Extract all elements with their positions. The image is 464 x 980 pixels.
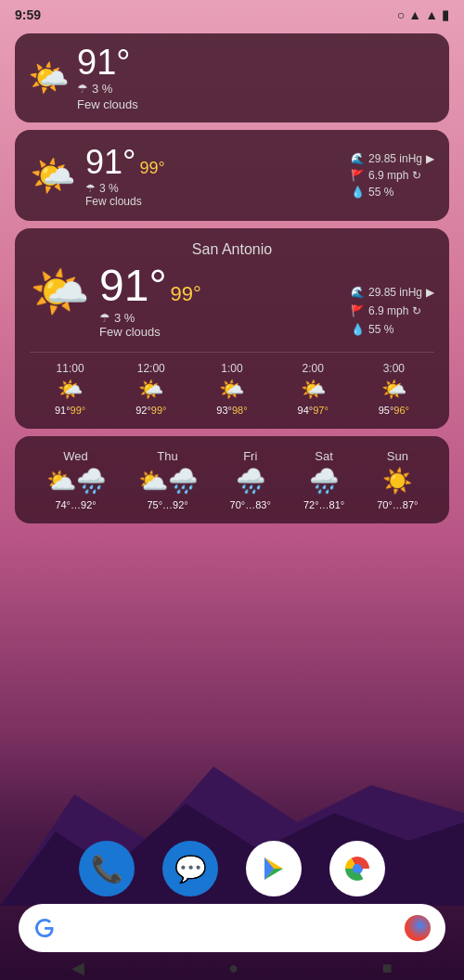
- day-icon-sun: ☀️: [382, 467, 412, 496]
- day-name-sat: Sat: [315, 449, 333, 463]
- day-icon-sat: 🌧️: [309, 467, 339, 496]
- weekly-forecast: Wed ⛅🌧️ 74°…92° Thu ⛅🌧️ 75°…92° Fri 🌧️ 7…: [30, 449, 434, 510]
- wind-icon-large: 🚩: [351, 304, 365, 317]
- temp-sec-large: 99°: [171, 282, 201, 306]
- chrome-app-icon[interactable]: [329, 841, 385, 896]
- weather-widget-small[interactable]: 🌤️ 91° ☂ 3 % Few clouds: [15, 33, 449, 122]
- status-time: 9:59: [15, 7, 41, 22]
- desc-large: Few clouds: [99, 325, 342, 339]
- hour-item-1: 12:00 🌤️ 92°99°: [135, 362, 166, 416]
- hour-temps-4: 95°96°: [379, 405, 409, 416]
- search-bar[interactable]: [19, 904, 445, 952]
- nav-back-button[interactable]: ◀: [71, 958, 84, 978]
- weather-widget-medium[interactable]: 🌤️ 91° 99° ☂ 3 % Few clouds 🌊 29.85 inHg…: [15, 130, 449, 221]
- wind-val-large: 6.9 mph: [368, 304, 408, 317]
- desc-med: Few clouds: [85, 195, 342, 208]
- day-temps-fri: 70°…83°: [230, 499, 271, 510]
- rain-pct-small: 3 %: [92, 82, 112, 96]
- hour-icon-2: 🌤️: [219, 378, 244, 402]
- day-temps-wed: 74°…92°: [55, 499, 96, 510]
- hour-icon-1: 🌤️: [138, 378, 163, 402]
- hourly-forecast: 11:00 🌤️ 91°99° 12:00 🌤️ 92°99° 1:00 🌤️ …: [30, 352, 434, 416]
- temp-main-med: 91°: [85, 143, 135, 182]
- temp-display-small: 91°: [77, 45, 138, 80]
- svg-point-9: [353, 864, 362, 873]
- pressure-icon-large: 🌊: [351, 286, 365, 299]
- city-name: San Antonio: [30, 241, 434, 258]
- nav-home-button[interactable]: ●: [228, 959, 238, 978]
- hour-time-1: 12:00: [137, 362, 165, 375]
- weather-icon-med: 🌤️: [30, 154, 76, 198]
- circle-icon: ○: [397, 7, 405, 22]
- weather-widget-large[interactable]: San Antonio 🌤️ 91° 99° ☂ 3 % Few clouds …: [15, 228, 449, 429]
- hour-item-3: 2:00 🌤️ 94°97°: [298, 362, 329, 416]
- nav-recents-button[interactable]: ■: [382, 959, 393, 978]
- hour-time-0: 11:00: [57, 362, 84, 375]
- day-icon-thu: ⛅🌧️: [138, 467, 198, 496]
- pressure-val-med: 29.85 inHg: [368, 152, 422, 165]
- signal-icon: ▲: [425, 7, 438, 22]
- play-store-icon[interactable]: [246, 841, 302, 896]
- hour-item-4: 3:00 🌤️ 95°96°: [379, 362, 409, 416]
- day-icon-fri: 🌧️: [236, 467, 265, 496]
- wind-icon-med: 🚩: [351, 169, 365, 182]
- hour-icon-0: 🌤️: [58, 378, 83, 402]
- play-store-logo: [261, 856, 287, 882]
- weather-icon-small: 🌤️: [28, 61, 70, 95]
- temp-main-large: 91°: [99, 260, 167, 311]
- day-icon-wed: ⛅🌧️: [46, 467, 106, 496]
- hour-time-3: 2:00: [302, 362, 323, 375]
- phone-app-icon[interactable]: 📞: [79, 841, 135, 896]
- weather-widget-weekly[interactable]: Wed ⛅🌧️ 74°…92° Thu ⛅🌧️ 75°…92° Fri 🌧️ 7…: [15, 436, 449, 523]
- hour-temps-2: 93°98°: [216, 405, 247, 416]
- status-bar: 9:59 ○ ▲ ▲ ▮: [0, 0, 464, 26]
- assistant-icon[interactable]: [405, 915, 431, 941]
- day-name-sun: Sun: [387, 449, 408, 463]
- rain-icon-large: ☂: [99, 311, 110, 325]
- google-logo: [33, 917, 56, 939]
- app-dock: 📞 💬: [0, 841, 464, 896]
- day-item-wed: Wed ⛅🌧️ 74°…92°: [46, 449, 106, 510]
- rain-pct-med: 3 %: [99, 182, 119, 195]
- day-name-thu: Thu: [157, 449, 177, 463]
- wind-arrow-med: ↻: [412, 169, 421, 182]
- pressure-arrow-med: ▶: [426, 152, 434, 165]
- hour-item-0: 11:00 🌤️ 91°99°: [55, 362, 85, 416]
- nav-bar: ◀ ● ■: [0, 956, 464, 980]
- pressure-arrow-large: ▶: [426, 286, 434, 299]
- humidity-val-med: 55 %: [368, 186, 393, 199]
- chrome-logo: [343, 855, 371, 883]
- day-name-wed: Wed: [63, 449, 88, 463]
- humidity-icon-med: 💧: [351, 186, 365, 199]
- wifi-icon: ▲: [408, 7, 421, 22]
- wind-arrow-large: ↻: [412, 304, 421, 317]
- day-item-thu: Thu ⛅🌧️ 75°…92°: [138, 449, 198, 510]
- day-item-fri: Fri 🌧️ 70°…83°: [230, 449, 271, 510]
- hour-temps-1: 92°99°: [135, 405, 166, 416]
- hour-temps-0: 91°99°: [55, 405, 85, 416]
- humidity-icon-large: 💧: [351, 323, 365, 336]
- rain-icon-med: ☂: [85, 182, 96, 195]
- day-temps-sun: 70°…87°: [377, 499, 418, 510]
- pressure-val-large: 29.85 inHg: [368, 286, 422, 299]
- hour-time-4: 3:00: [383, 362, 405, 375]
- messages-app-icon[interactable]: 💬: [162, 841, 218, 896]
- hour-icon-3: 🌤️: [301, 378, 326, 402]
- desc-small: Few clouds: [77, 97, 138, 111]
- day-item-sun: Sun ☀️ 70°…87°: [377, 449, 418, 510]
- day-temps-thu: 75°…92°: [147, 499, 187, 510]
- temp-sec-med: 99°: [139, 159, 164, 178]
- phone-icon: 📞: [91, 854, 123, 884]
- battery-icon: ▮: [442, 7, 449, 22]
- hour-item-2: 1:00 🌤️ 93°98°: [216, 362, 247, 416]
- day-temps-sat: 72°…81°: [303, 499, 344, 510]
- day-name-fri: Fri: [243, 449, 257, 463]
- weather-icon-large: 🌤️: [30, 264, 90, 320]
- messages-icon: 💬: [174, 854, 207, 884]
- day-item-sat: Sat 🌧️ 72°…81°: [303, 449, 344, 510]
- hour-icon-4: 🌤️: [381, 378, 406, 402]
- hour-time-2: 1:00: [221, 362, 242, 375]
- rain-pct-large: 3 %: [114, 311, 135, 325]
- rain-icon-small: ☂: [77, 82, 88, 96]
- pressure-icon-med: 🌊: [351, 152, 365, 165]
